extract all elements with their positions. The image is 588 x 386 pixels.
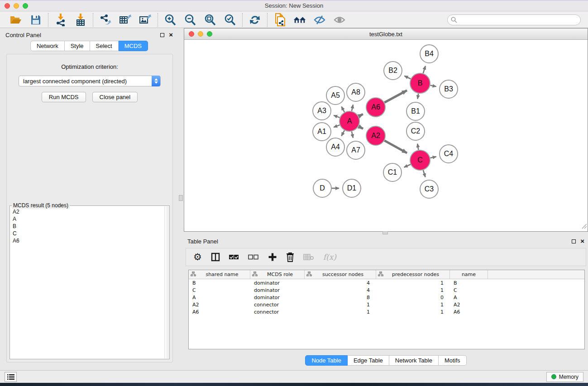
- graph-edge[interactable]: [430, 157, 436, 158]
- show-columns-icon[interactable]: [211, 253, 220, 262]
- graph-node[interactable]: B1: [406, 102, 425, 120]
- table-cell[interactable]: A2: [189, 302, 250, 308]
- graph-edge[interactable]: [404, 164, 411, 167]
- result-scrollbar[interactable]: [164, 206, 169, 358]
- tab-edge-table[interactable]: Edge Table: [348, 355, 389, 366]
- memory-button[interactable]: Memory: [546, 372, 583, 382]
- graph-edge[interactable]: [352, 132, 353, 138]
- table-cell[interactable]: A6: [189, 309, 250, 315]
- tab-network-table[interactable]: Network Table: [389, 355, 439, 366]
- run-mcds-button[interactable]: Run MCDS: [42, 92, 86, 102]
- zoom-fit-icon[interactable]: [203, 13, 217, 27]
- graph-node[interactable]: C2: [406, 122, 425, 140]
- graph-node[interactable]: B: [410, 73, 430, 93]
- graph-edge[interactable]: [384, 91, 407, 103]
- graph-edge[interactable]: [418, 94, 419, 99]
- node-table[interactable]: shared nameMCDS rolesuccessor nodesprede…: [188, 270, 585, 349]
- export-network-icon[interactable]: [99, 13, 112, 27]
- graph-node[interactable]: C: [410, 150, 430, 170]
- table-cell[interactable]: B: [189, 280, 250, 286]
- function-builder-icon[interactable]: f(x): [323, 253, 336, 262]
- graph-node[interactable]: B3: [440, 80, 458, 98]
- close-table-panel-icon[interactable]: ×: [580, 239, 584, 243]
- result-item[interactable]: B: [13, 223, 164, 230]
- graph-node[interactable]: A2: [366, 126, 385, 145]
- table-cell[interactable]: A6: [450, 309, 488, 315]
- graph-edge[interactable]: [334, 115, 339, 118]
- tab-motifs[interactable]: Motifs: [439, 355, 467, 366]
- delete-columns-trash-icon[interactable]: [286, 252, 294, 262]
- graph-node[interactable]: C3: [420, 180, 438, 198]
- deselect-all-columns-icon[interactable]: [248, 254, 259, 260]
- graph-edge[interactable]: [359, 126, 363, 129]
- graph-edge[interactable]: [359, 114, 363, 116]
- import-network-icon[interactable]: [54, 13, 67, 27]
- table-cell[interactable]: C: [189, 287, 250, 293]
- tab-style[interactable]: Style: [65, 41, 90, 51]
- result-item[interactable]: A6: [13, 237, 164, 244]
- home-networks-icon[interactable]: [293, 13, 306, 27]
- column-header-successor-nodes[interactable]: successor nodes: [305, 270, 376, 279]
- table-row[interactable]: A6connector11A6: [189, 308, 584, 315]
- graph-edge[interactable]: [352, 105, 353, 111]
- table-cell[interactable]: 1: [376, 287, 450, 293]
- tab-node-table[interactable]: Node Table: [305, 355, 348, 366]
- graph-node[interactable]: B2: [384, 62, 402, 80]
- import-table-icon[interactable]: [74, 13, 87, 27]
- table-cell[interactable]: dominator: [250, 280, 305, 286]
- graph-edge[interactable]: [384, 141, 407, 153]
- hide-panel-eye-icon[interactable]: [313, 13, 326, 27]
- task-history-list-icon[interactable]: [5, 372, 17, 382]
- apply-layout-refresh-icon[interactable]: [248, 13, 262, 27]
- table-cell[interactable]: 1: [305, 302, 376, 308]
- mcds-result-list[interactable]: A2ABCA6: [10, 206, 164, 358]
- result-item[interactable]: A: [13, 215, 164, 223]
- column-header-MCDS-role[interactable]: MCDS role: [250, 270, 305, 279]
- export-table-icon[interactable]: [119, 13, 132, 27]
- close-panel-icon[interactable]: ×: [169, 33, 173, 37]
- table-cell[interactable]: connector: [250, 302, 305, 308]
- graph-edge[interactable]: [423, 170, 425, 177]
- search-input[interactable]: [447, 14, 581, 25]
- graph-edge[interactable]: [341, 107, 344, 112]
- table-cell[interactable]: dominator: [250, 295, 305, 300]
- tab-network[interactable]: Network: [30, 41, 65, 51]
- table-cell[interactable]: 4: [305, 280, 376, 286]
- column-header-shared-name[interactable]: shared name: [189, 270, 250, 279]
- table-row[interactable]: Cdominator41C: [189, 286, 584, 294]
- graph-node[interactable]: C1: [383, 163, 402, 181]
- table-row[interactable]: A2connector11A2: [189, 301, 584, 308]
- graph-edge[interactable]: [417, 144, 418, 150]
- graph-node[interactable]: D1: [343, 179, 361, 197]
- network-canvas[interactable]: AA1A2A3A4A5A6A7A8BB1B2B3B4CC1C2C3C4DD1: [184, 40, 588, 231]
- create-column-plus-icon[interactable]: [268, 253, 277, 262]
- table-row[interactable]: Adominator80A: [189, 294, 584, 301]
- column-header-predecessor-nodes[interactable]: predecessor nodes: [376, 270, 450, 279]
- graph-node[interactable]: A: [339, 111, 359, 131]
- graph-edge[interactable]: [334, 125, 339, 127]
- table-row[interactable]: Bdominator41B: [189, 279, 584, 286]
- network-graph[interactable]: AA1A2A3A4A5A6A7A8BB1B2B3B4CC1C2C3C4DD1: [184, 40, 588, 231]
- export-image-icon[interactable]: [139, 13, 152, 27]
- table-cell[interactable]: 8: [305, 295, 376, 300]
- result-item[interactable]: A2: [13, 208, 164, 215]
- graph-edge[interactable]: [404, 76, 411, 79]
- horizontal-split-handle[interactable]: [382, 231, 388, 234]
- graph-edge[interactable]: [423, 66, 425, 73]
- table-cell[interactable]: connector: [250, 309, 305, 315]
- graph-edge[interactable]: [430, 86, 436, 87]
- zoom-out-icon[interactable]: [183, 13, 197, 27]
- table-settings-gear-icon[interactable]: ⚙: [193, 253, 202, 262]
- table-cell[interactable]: 0: [376, 295, 450, 300]
- graph-node[interactable]: A3: [313, 102, 331, 120]
- table-cell[interactable]: dominator: [250, 287, 305, 293]
- tab-mcds[interactable]: MCDS: [119, 41, 148, 51]
- destroy-table-icon[interactable]: [303, 253, 314, 261]
- table-cell[interactable]: B: [450, 280, 488, 286]
- table-cell[interactable]: C: [450, 287, 488, 293]
- close-panel-button[interactable]: Close panel: [92, 92, 138, 102]
- graph-edge[interactable]: [341, 130, 344, 136]
- select-all-columns-icon[interactable]: [229, 254, 239, 260]
- graph-node[interactable]: C4: [440, 145, 458, 163]
- vertical-split-handle[interactable]: [179, 195, 183, 201]
